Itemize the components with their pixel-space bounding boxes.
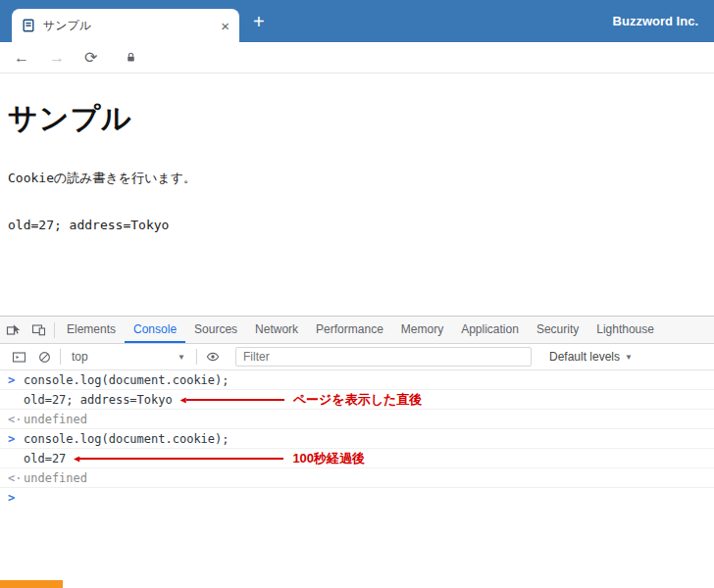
annotation-text: ページを表示した直後	[293, 391, 423, 409]
new-tab-button[interactable]: +	[253, 11, 265, 33]
bottom-left-orange-bar	[0, 580, 63, 588]
separator	[54, 322, 55, 338]
context-label: top	[72, 350, 88, 364]
console-toolbar: top ▼ Default levels ▼	[0, 344, 714, 370]
console-row-input[interactable]: > console.log(document.cookie);	[0, 429, 714, 449]
brand-label: Buzzword Inc.	[613, 14, 698, 28]
console-row-result[interactable]: <· undefined	[0, 468, 714, 488]
tab-performance[interactable]: Performance	[307, 317, 392, 343]
browser-navbar: ← → ⟳	[0, 42, 714, 74]
log-levels-label: Default levels	[549, 350, 620, 364]
result-marker-icon: <·	[8, 413, 24, 426]
reload-icon[interactable]: ⟳	[84, 50, 97, 66]
console-log-text: old=27; address=Tokyo	[24, 393, 173, 407]
tab-title: サンプル	[43, 18, 213, 34]
page-paragraph: Cookieの読み書きを行います。	[8, 170, 714, 187]
input-prompt-icon: >	[8, 373, 24, 387]
console-row-output[interactable]: old=27; address=Tokyo ◀ ページを表示した直後	[0, 390, 714, 410]
tab-application[interactable]: Application	[452, 317, 528, 343]
annotation-arrow: ◀	[180, 395, 284, 405]
separator	[60, 349, 61, 365]
input-prompt-icon: >	[8, 491, 24, 505]
cookie-value-text: old=27; address=Tokyo	[8, 218, 714, 232]
browser-tab[interactable]: サンプル ×	[12, 9, 239, 42]
tab-lighthouse[interactable]: Lighthouse	[587, 317, 663, 343]
back-icon[interactable]: ←	[14, 50, 29, 66]
inspect-element-icon[interactable]	[0, 317, 26, 343]
page-title: サンプル	[8, 99, 714, 139]
console-sidebar-icon[interactable]	[6, 350, 31, 365]
console-output: > console.log(document.cookie); old=27; …	[0, 370, 714, 508]
tab-close-icon[interactable]: ×	[221, 19, 230, 33]
lock-icon[interactable]	[125, 51, 137, 64]
favicon-icon	[22, 19, 35, 32]
input-prompt-icon: >	[8, 432, 24, 446]
console-row-output[interactable]: old=27 ◀ 100秒経過後	[0, 449, 714, 468]
console-row-result[interactable]: <· undefined	[0, 410, 714, 429]
console-log-text: old=27	[24, 452, 66, 466]
tab-network[interactable]: Network	[246, 317, 307, 343]
annotation-arrow: ◀	[74, 454, 283, 464]
devtools-panel: Elements Console Sources Network Perform…	[0, 316, 714, 588]
result-marker-icon: <·	[8, 471, 24, 485]
console-prompt-row[interactable]: >	[0, 488, 714, 508]
console-command: console.log(document.cookie);	[24, 373, 230, 387]
page-content: サンプル Cookieの読み書きを行います。 old=27; address=T…	[0, 99, 714, 232]
console-result-text: undefined	[24, 471, 87, 485]
live-expression-eye-icon[interactable]	[200, 349, 226, 365]
tab-security[interactable]: Security	[528, 317, 587, 343]
clear-console-icon[interactable]	[31, 350, 57, 365]
filter-input[interactable]	[235, 347, 532, 367]
chevron-down-icon: ▼	[178, 353, 185, 362]
tab-elements[interactable]: Elements	[58, 317, 125, 343]
browser-topbar: サンプル × + Buzzword Inc.	[0, 0, 714, 42]
devtools-tabbar: Elements Console Sources Network Perform…	[0, 317, 714, 344]
console-result-text: undefined	[24, 413, 87, 426]
tab-sources[interactable]: Sources	[185, 317, 246, 343]
forward-icon[interactable]: →	[49, 50, 65, 66]
separator	[196, 349, 197, 365]
annotation-text: 100秒経過後	[292, 450, 365, 467]
console-row-input[interactable]: > console.log(document.cookie);	[0, 370, 714, 390]
chevron-down-icon: ▼	[625, 353, 633, 362]
log-levels-dropdown[interactable]: Default levels ▼	[549, 350, 633, 364]
device-toolbar-icon[interactable]	[26, 317, 51, 343]
context-selector[interactable]: top ▼	[64, 350, 193, 364]
tab-console[interactable]: Console	[125, 317, 185, 343]
console-command: console.log(document.cookie);	[24, 432, 230, 446]
tab-memory[interactable]: Memory	[392, 317, 452, 343]
